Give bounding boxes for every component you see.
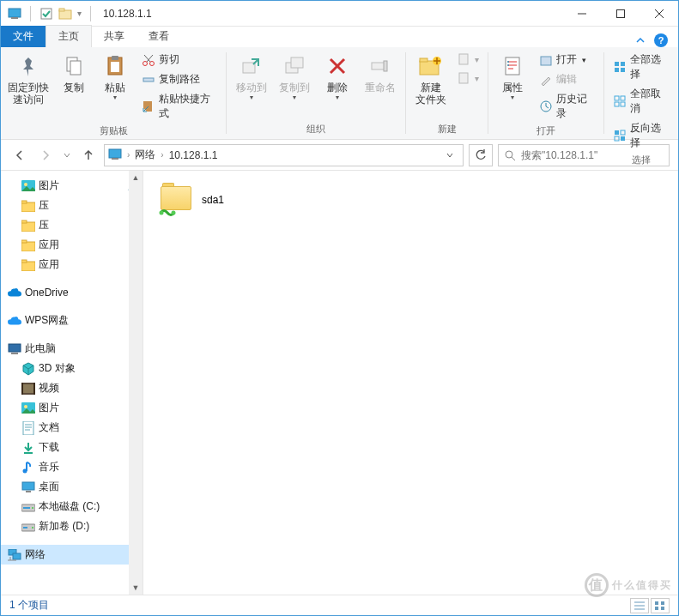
svg-point-87 [172, 211, 176, 215]
tab-share[interactable]: 共享 [92, 26, 136, 47]
ribbon-group-label: 选择 [632, 152, 651, 168]
scrollbar[interactable]: ▲ ▼ [129, 171, 142, 595]
select-all-button[interactable]: 全部选择 [609, 51, 673, 83]
copy-button[interactable]: 复制 [54, 51, 93, 95]
move-to-icon [238, 52, 265, 80]
cut-button[interactable]: 剪切 [138, 51, 221, 69]
tree-item-3d-objects[interactable]: 3D 对象 [1, 359, 142, 378]
breadcrumb-network[interactable]: 网络 [135, 148, 155, 162]
copy-path-button[interactable]: 复制路径 [138, 70, 221, 88]
svg-rect-45 [615, 130, 619, 135]
move-to-button[interactable]: 移动到 ▾ [232, 51, 271, 104]
new-folder-button[interactable]: 新建 文件夹 [411, 51, 451, 108]
tree-item-app[interactable]: 应用 [1, 255, 142, 275]
new-item-button[interactable]: ▾ [454, 51, 482, 68]
open-button[interactable]: 打开▾ [536, 51, 599, 69]
tree-item-downloads[interactable]: 下载 [1, 438, 142, 457]
rename-icon [367, 52, 394, 80]
properties-button[interactable]: 属性 ▾ [494, 51, 532, 104]
svg-line-52 [512, 157, 515, 160]
chevron-right-icon[interactable]: › [161, 150, 163, 160]
breadcrumb-current[interactable]: 10.128.1.1 [169, 149, 218, 161]
svg-rect-88 [655, 601, 658, 605]
rename-button[interactable]: 重命名 [361, 51, 400, 95]
svg-rect-83 [13, 553, 21, 559]
pin-to-quick-access-button[interactable]: 固定到快 速访问 [6, 51, 51, 108]
chevron-right-icon[interactable]: › [127, 150, 130, 160]
tree-item-wps[interactable]: WPS网盘 [1, 311, 142, 330]
svg-rect-35 [541, 57, 551, 65]
collapse-ribbon-icon[interactable] [635, 35, 646, 45]
paste-icon [101, 52, 129, 80]
easy-access-button[interactable]: ▾ [454, 69, 482, 87]
copy-to-button[interactable]: 复制到 ▾ [275, 51, 314, 104]
address-bar[interactable]: › 网络 › 10.128.1.1 [104, 144, 464, 166]
svg-rect-55 [21, 202, 35, 212]
history-button[interactable]: 历史记录 [536, 90, 599, 123]
document-icon [21, 421, 35, 435]
svg-rect-91 [661, 607, 664, 610]
svg-rect-30 [459, 54, 468, 64]
tree-item-pictures[interactable]: 图片 [1, 398, 142, 418]
up-button[interactable] [78, 145, 99, 166]
back-button[interactable] [9, 145, 30, 166]
paste-shortcut-button[interactable]: 粘贴快捷方式 [138, 90, 221, 123]
tree-item-disk-c[interactable]: 本地磁盘 (C:) [1, 497, 142, 516]
titlebar: ▾ 10.128.1.1 [1, 1, 678, 27]
svg-rect-46 [621, 130, 625, 135]
content-pane[interactable]: sda1 [143, 171, 678, 595]
svg-rect-50 [112, 158, 118, 160]
tree-item-app[interactable]: 应用 [1, 235, 142, 255]
tree-item-pictures[interactable]: 图片📌 [1, 176, 142, 196]
svg-point-54 [24, 183, 27, 186]
qat-dropdown-icon[interactable]: ▾ [77, 9, 82, 18]
ribbon: 固定到快 速访问 复制 粘贴 ▾ 剪切 [1, 47, 678, 140]
svg-rect-62 [21, 260, 27, 263]
tab-home[interactable]: 主页 [45, 25, 92, 47]
pictures-icon [21, 402, 35, 415]
maximize-button[interactable] [601, 1, 640, 26]
scroll-up-icon[interactable]: ▲ [129, 171, 142, 184]
forward-button[interactable] [35, 145, 56, 166]
close-button[interactable] [640, 1, 678, 26]
help-icon[interactable]: ? [654, 33, 668, 47]
invert-selection-button[interactable]: 反向选择 [609, 119, 673, 152]
tab-view[interactable]: 查看 [136, 26, 181, 47]
file-item-sda1[interactable]: sda1 [157, 179, 346, 220]
disk-icon [21, 500, 35, 514]
tree-item-videos[interactable]: 视频 [1, 378, 142, 398]
paste-button[interactable]: 粘贴 ▾ [96, 51, 135, 104]
details-view-button[interactable] [630, 598, 649, 613]
tree-item-compress[interactable]: 压 [1, 215, 142, 235]
ribbon-group-open: 属性 ▾ 打开▾ 编辑 历史记录 打开 [488, 47, 603, 139]
invert-icon [613, 129, 627, 142]
qat-checkbox-icon[interactable] [39, 7, 53, 21]
svg-rect-77 [23, 507, 30, 509]
tree-item-music[interactable]: 音乐 [1, 457, 142, 477]
qat-folder-icon[interactable] [58, 7, 72, 21]
icons-view-button[interactable] [651, 598, 670, 613]
network-folder-icon [161, 183, 195, 217]
ribbon-group-label: 新建 [438, 121, 457, 137]
address-dropdown[interactable] [440, 151, 459, 160]
edit-button[interactable]: 编辑 [536, 70, 599, 88]
status-text: 1 个项目 [9, 598, 49, 613]
scroll-down-icon[interactable]: ▼ [129, 581, 142, 595]
tree-item-disk-d[interactable]: 新加卷 (D:) [1, 516, 142, 536]
tree-item-documents[interactable]: 文档 [1, 418, 142, 438]
copy-path-icon [142, 73, 155, 87]
tree-item-network[interactable]: 网络 [1, 545, 142, 565]
recent-dropdown[interactable] [61, 145, 73, 166]
tree-item-desktop[interactable]: 桌面 [1, 477, 142, 497]
select-none-button[interactable]: 全部取消 [609, 85, 673, 118]
delete-button[interactable]: 删除 ▾ [318, 51, 357, 104]
tab-file[interactable]: 文件 [1, 26, 45, 47]
refresh-button[interactable] [469, 144, 493, 166]
tree-item-compress[interactable]: 压 [1, 196, 142, 215]
tree-item-this-pc[interactable]: 此电脑 [1, 339, 142, 359]
minimize-button[interactable] [562, 1, 601, 26]
svg-point-15 [149, 61, 154, 65]
svg-rect-12 [112, 56, 118, 60]
ribbon-group-new: 新建 文件夹 ▾ ▾ 新建 [406, 47, 488, 139]
tree-item-onedrive[interactable]: OneDrive [1, 283, 142, 302]
